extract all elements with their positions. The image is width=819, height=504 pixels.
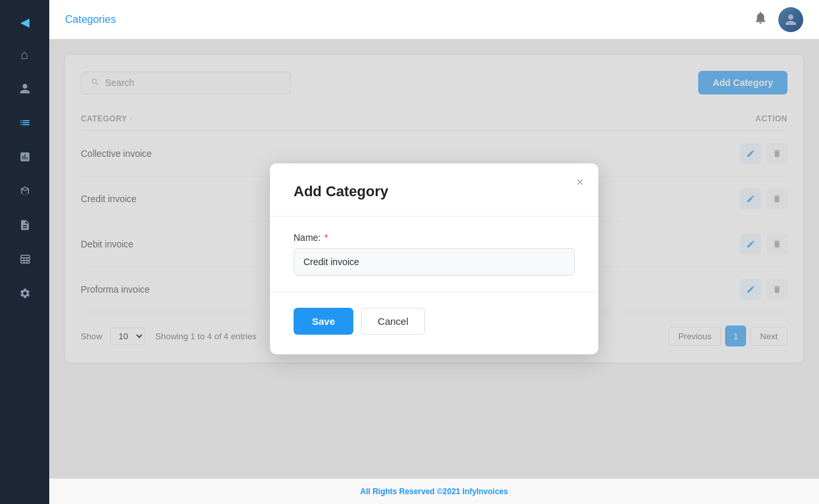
topbar: Categories bbox=[49, 0, 819, 39]
modal-bottom-divider bbox=[270, 291, 598, 292]
footer-text: All Rights Reserved ©2021 bbox=[361, 487, 463, 496]
footer: All Rights Reserved ©2021 InfyInvoices bbox=[49, 478, 819, 504]
avatar[interactable] bbox=[778, 7, 803, 32]
required-indicator: * bbox=[322, 232, 328, 243]
modal-overlay: Add Category × Name: * Save Cancel bbox=[49, 39, 819, 478]
notification-bell-icon[interactable] bbox=[753, 10, 768, 28]
footer-brand: InfyInvoices bbox=[462, 487, 508, 496]
avatar-image bbox=[778, 7, 803, 32]
sidebar: ◀ ⌂ bbox=[0, 0, 49, 504]
name-label: Name: * bbox=[294, 232, 575, 243]
sidebar-item-dashboard[interactable]: ⌂ bbox=[11, 40, 39, 69]
sidebar-collapse-button[interactable]: ◀ bbox=[15, 10, 35, 35]
modal-title: Add Category bbox=[294, 183, 575, 200]
page-title: Categories bbox=[65, 14, 753, 26]
sidebar-item-table[interactable] bbox=[11, 245, 39, 274]
content-area: Add Category CATEGORY ACTION Collective … bbox=[49, 39, 819, 478]
modal-top-divider bbox=[270, 216, 598, 217]
modal-cancel-button[interactable]: Cancel bbox=[361, 308, 425, 335]
main-area: Categories bbox=[49, 0, 819, 504]
sidebar-item-settings[interactable] bbox=[11, 279, 39, 308]
sidebar-item-users[interactable] bbox=[11, 74, 39, 103]
topbar-icons bbox=[753, 7, 803, 32]
sidebar-item-box[interactable] bbox=[11, 177, 39, 205]
add-category-modal: Add Category × Name: * Save Cancel bbox=[270, 163, 598, 354]
name-input[interactable] bbox=[294, 248, 575, 276]
sidebar-item-categories[interactable] bbox=[11, 108, 39, 137]
sidebar-item-discount[interactable] bbox=[11, 142, 39, 171]
sidebar-item-document[interactable] bbox=[11, 211, 39, 240]
modal-close-button[interactable]: × bbox=[576, 175, 584, 188]
modal-save-button[interactable]: Save bbox=[294, 308, 353, 335]
modal-actions: Save Cancel bbox=[294, 308, 575, 335]
name-form-group: Name: * bbox=[294, 232, 575, 276]
